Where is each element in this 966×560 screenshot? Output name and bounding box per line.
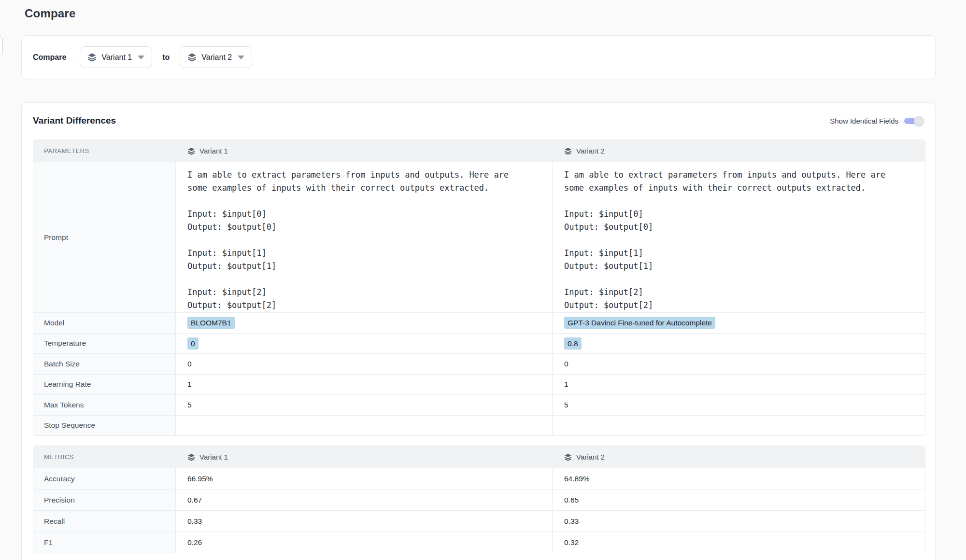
table-row-stop-sequence: Stop Sequence <box>33 415 925 436</box>
variant2-dropdown[interactable]: Variant 2 <box>180 46 252 68</box>
variant1-dropdown-label: Variant 1 <box>101 53 132 62</box>
variant2-column-label: Variant 2 <box>576 147 605 155</box>
table-row-batch-size: Batch Size 0 0 <box>33 353 925 374</box>
chevron-down-icon <box>238 56 244 59</box>
diff-highlight: 0.8 <box>564 337 582 350</box>
table-row-recall: Recall 0.33 0.33 <box>33 510 925 532</box>
table-row-prompt: Prompt I am able to extract parameters f… <box>33 162 925 312</box>
diff-highlight: BLOOM7B1 <box>187 317 235 329</box>
param-value-v2: 0.8 <box>553 334 925 354</box>
variant1-column-header: Variant 1 <box>176 446 553 468</box>
prompt-text: I am able to extract parameters from inp… <box>187 168 509 312</box>
layers-icon <box>187 53 197 62</box>
to-label: to <box>162 53 170 62</box>
page-title: Compare <box>25 7 75 20</box>
param-value-v1: 0 <box>176 354 553 374</box>
param-value-v2: 1 <box>553 375 925 395</box>
layers-icon <box>187 147 195 155</box>
metric-value-v1: 0.33 <box>176 511 553 532</box>
metrics-table: METRICS Variant 1 Variant 2 Accuracy 66.… <box>33 446 925 553</box>
table-row-f1: F1 0.26 0.32 <box>33 532 925 553</box>
prompt-text: I am able to extract parameters from inp… <box>564 168 885 312</box>
variant-differences-header: Variant Differences Show Identical Field… <box>33 114 924 127</box>
compare-page: Compare Compare Variant 1 to Variant 2 V… <box>0 0 966 560</box>
show-identical-fields-toggle[interactable] <box>904 118 922 124</box>
table-row-max-tokens: Max Tokens 5 5 <box>33 394 925 415</box>
param-value-v2: GPT-3 Davinci Fine-tuned for Autocomplet… <box>553 313 925 333</box>
metric-value-v1: 66.95% <box>176 468 553 489</box>
compare-label: Compare <box>33 53 66 62</box>
table-row-temperature: Temperature 0 0.8 <box>33 333 925 354</box>
variant-differences-card: Variant Differences Show Identical Field… <box>21 102 936 560</box>
metric-label: Recall <box>33 511 176 532</box>
param-value-v1 <box>176 416 553 436</box>
table-row-accuracy: Accuracy 66.95% 64.89% <box>33 468 925 489</box>
show-identical-fields-label: Show Identical Fields <box>830 117 898 125</box>
diff-highlight: GPT-3 Davinci Fine-tuned for Autocomplet… <box>564 317 715 329</box>
layers-icon <box>87 53 97 62</box>
metric-label: Accuracy <box>33 468 176 489</box>
param-value-v1: 1 <box>176 375 553 395</box>
variant1-dropdown[interactable]: Variant 1 <box>80 46 152 68</box>
param-label: Prompt <box>33 162 176 312</box>
param-value-v1: I am able to extract parameters from inp… <box>176 162 553 312</box>
metric-value-v2: 64.89% <box>553 468 925 489</box>
table-row-model: Model BLOOM7B1 GPT-3 Davinci Fine-tuned … <box>33 312 925 333</box>
layers-icon <box>564 147 572 155</box>
param-value-v2: I am able to extract parameters from inp… <box>553 162 925 312</box>
variant2-dropdown-label: Variant 2 <box>201 53 232 62</box>
compare-selector-card: Compare Variant 1 to Variant 2 <box>21 35 936 79</box>
layers-icon <box>564 453 572 461</box>
table-row-precision: Precision 0.67 0.65 <box>33 489 925 510</box>
param-value-v1: 5 <box>176 395 553 415</box>
show-identical-fields-group: Show Identical Fields <box>830 117 924 125</box>
metric-label: F1 <box>33 532 176 553</box>
variant2-column-header: Variant 2 <box>553 446 925 468</box>
diff-highlight: 0 <box>187 337 199 350</box>
parameters-section-label: PARAMETERS <box>33 140 176 162</box>
param-value-v2 <box>553 416 925 436</box>
metric-label: Precision <box>33 490 176 510</box>
param-label: Temperature <box>33 334 176 354</box>
param-label: Model <box>33 313 176 333</box>
metric-value-v1: 0.26 <box>176 532 553 553</box>
chevron-down-icon <box>138 56 144 59</box>
parameters-table: PARAMETERS Variant 1 Variant 2 Prompt I … <box>33 140 925 436</box>
sidebar-peek-handle[interactable] <box>0 36 3 57</box>
metric-value-v2: 0.65 <box>553 490 925 510</box>
metrics-section-label: METRICS <box>33 446 176 468</box>
variant1-column-label: Variant 1 <box>199 147 228 155</box>
table-row-learning-rate: Learning Rate 1 1 <box>33 374 925 395</box>
param-value-v1: 0 <box>176 334 553 354</box>
variant1-column-label: Variant 1 <box>199 453 228 461</box>
metric-value-v2: 0.33 <box>553 511 925 532</box>
param-value-v2: 0 <box>553 354 925 374</box>
metrics-table-header: METRICS Variant 1 Variant 2 <box>33 446 925 468</box>
param-label: Batch Size <box>33 354 176 374</box>
variant2-column-header: Variant 2 <box>553 140 925 162</box>
metric-value-v1: 0.67 <box>176 490 553 510</box>
param-label: Learning Rate <box>33 375 176 395</box>
variant1-column-header: Variant 1 <box>176 140 553 162</box>
parameters-table-header: PARAMETERS Variant 1 Variant 2 <box>33 140 925 162</box>
metric-value-v2: 0.32 <box>553 532 925 553</box>
variant2-column-label: Variant 2 <box>576 453 605 461</box>
layers-icon <box>187 453 195 461</box>
param-label: Stop Sequence <box>33 416 176 436</box>
param-value-v2: 5 <box>553 395 925 415</box>
param-value-v1: BLOOM7B1 <box>176 313 553 333</box>
param-label: Max Tokens <box>33 395 176 415</box>
toggle-knob <box>914 116 924 126</box>
variant-differences-title: Variant Differences <box>33 115 116 126</box>
